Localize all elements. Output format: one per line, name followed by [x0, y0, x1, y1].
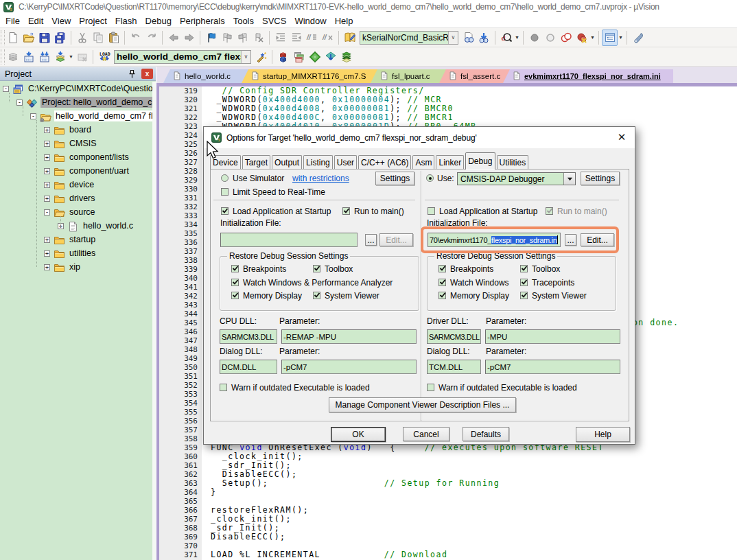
- toggle-bookmark-icon[interactable]: [203, 30, 219, 46]
- dialog-tab-target[interactable]: Target: [242, 155, 270, 170]
- load-application-checkbox-right[interactable]: [428, 207, 435, 215]
- collapse-icon[interactable]: -: [30, 113, 36, 119]
- editor-tab-hello-world-c[interactable]: hello_world.c: [163, 69, 248, 83]
- unindent-icon[interactable]: [288, 30, 304, 46]
- menu-help[interactable]: Help: [331, 14, 358, 27]
- pack-installer-icon[interactable]: [307, 49, 323, 65]
- dialog-tab-utilities[interactable]: Utilities: [497, 155, 529, 170]
- run-to-main-checkbox-left[interactable]: [342, 207, 350, 215]
- debugger-select[interactable]: CMSIS-DAP Debugger: [457, 172, 576, 185]
- menu-view[interactable]: View: [47, 14, 75, 27]
- dialog-tab-linker[interactable]: Linker: [436, 155, 464, 170]
- menu-svcs[interactable]: SVCS: [258, 14, 290, 27]
- menu-file[interactable]: File: [1, 14, 24, 27]
- batch-build-icon[interactable]: [52, 49, 68, 65]
- dialog-dll-input-left[interactable]: DCM.DLL: [220, 360, 277, 374]
- chevron-down-icon[interactable]: ∨: [241, 51, 250, 63]
- save-all-icon[interactable]: [52, 30, 68, 46]
- expand-icon[interactable]: +: [44, 141, 50, 147]
- expand-icon[interactable]: +: [44, 127, 50, 133]
- manage-books-icon[interactable]: [338, 49, 354, 65]
- editor-tab-evkmimxrt1170-flexspi-nor-sdram-ini[interactable]: evkmimxrt1170_flexspi_nor_sdram.ini: [503, 69, 673, 83]
- tree-item-component-lists[interactable]: +component/lists: [44, 150, 130, 164]
- left-memory-display-checkbox[interactable]: [231, 292, 239, 299]
- editor-tab-fsl-lpuart-c[interactable]: fsl_lpuart.c: [371, 69, 446, 83]
- tree-item-source[interactable]: -source: [44, 205, 97, 219]
- pin-icon[interactable]: [126, 69, 137, 80]
- dialog-tab-debug[interactable]: Debug: [465, 152, 495, 170]
- close-icon[interactable]: ✕: [616, 131, 628, 143]
- undo-icon[interactable]: [128, 30, 143, 46]
- open-file-icon[interactable]: [21, 30, 36, 46]
- manage-rte-icon[interactable]: [275, 49, 291, 65]
- browse-init-file-button-left[interactable]: ...: [365, 234, 377, 246]
- help-button[interactable]: Help: [576, 427, 630, 442]
- target-combo[interactable]: hello_world_demo_cm7 flexspi_nor_sdram_d…: [114, 50, 251, 64]
- stop-build-icon[interactable]: [74, 49, 90, 65]
- translate-file-icon[interactable]: [5, 49, 21, 65]
- with-restrictions-link[interactable]: with restrictions: [292, 174, 349, 183]
- left-toolbox-checkbox[interactable]: [313, 265, 320, 272]
- expand-icon[interactable]: +: [44, 182, 50, 188]
- new-file-icon[interactable]: [5, 30, 21, 46]
- download-to-flash-icon[interactable]: LOAD: [96, 49, 112, 65]
- expand-icon[interactable]: +: [44, 264, 50, 270]
- dialog-tab-user[interactable]: User: [334, 155, 357, 170]
- limit-speed-checkbox[interactable]: [221, 188, 229, 196]
- uncomment-selection-icon[interactable]: //: [320, 30, 336, 46]
- menu-edit[interactable]: Edit: [24, 14, 47, 27]
- redo-icon[interactable]: [143, 30, 159, 46]
- find-icon[interactable]: d: [498, 30, 514, 46]
- tree-item-cmsis[interactable]: +CMSIS: [44, 137, 98, 150]
- warn-outdated-checkbox-left[interactable]: [220, 384, 227, 391]
- ok-button[interactable]: OK: [331, 427, 386, 442]
- chevron-down-icon[interactable]: ▼: [514, 30, 520, 46]
- project-panel-scrollbar[interactable]: [152, 82, 156, 560]
- collapse-icon[interactable]: -: [16, 100, 23, 106]
- menu-tools[interactable]: Tools: [229, 14, 258, 27]
- tree-item-c-kerrypc-imxrtcode-question[interactable]: -C:\KerryPC\IMXRTCode\Question\: [3, 82, 152, 95]
- configure-tools-icon[interactable]: [630, 30, 646, 46]
- defaults-button[interactable]: Defaults: [463, 427, 509, 441]
- dialog-parameter-input-left[interactable]: -pCM7: [281, 360, 417, 374]
- tree-item-project-hello-world-demo-cm7[interactable]: -Project: hello_world_demo_cm7: [16, 95, 152, 109]
- cpu-dll-input[interactable]: SARMCM3.DLL: [220, 329, 277, 344]
- collapse-icon[interactable]: -: [44, 209, 50, 215]
- menu-project[interactable]: Project: [75, 14, 110, 27]
- disable-all-breakpoints-icon[interactable]: [558, 30, 574, 46]
- save-icon[interactable]: [36, 30, 52, 46]
- right-tracepoints-checkbox[interactable]: [520, 279, 528, 286]
- menu-flash[interactable]: Flash: [111, 14, 141, 27]
- cpu-parameter-input[interactable]: -REMAP -MPU: [281, 329, 417, 344]
- comment-selection-icon[interactable]: //: [304, 30, 320, 46]
- tree-item-drivers[interactable]: +drivers: [44, 191, 97, 205]
- load-application-checkbox-left[interactable]: [221, 207, 229, 215]
- right-breakpoints-checkbox[interactable]: [438, 265, 446, 272]
- incremental-find-icon[interactable]: [476, 30, 492, 46]
- rebuild-all-icon[interactable]: [36, 49, 52, 65]
- warn-outdated-checkbox-right[interactable]: [427, 384, 434, 391]
- simulator-settings-button[interactable]: Settings: [375, 172, 414, 185]
- left-watch-windows-performance-analyzer-checkbox[interactable]: [231, 279, 239, 286]
- use-simulator-radio[interactable]: [221, 174, 229, 182]
- chevron-down-icon[interactable]: [563, 173, 575, 185]
- init-file-input-left[interactable]: [220, 233, 358, 247]
- right-toolbox-checkbox[interactable]: [520, 265, 528, 272]
- paste-icon[interactable]: [106, 30, 121, 46]
- left-system-viewer-checkbox[interactable]: [313, 292, 320, 299]
- right-memory-display-checkbox[interactable]: [438, 292, 446, 299]
- edit-init-file-button-left[interactable]: Edit...: [379, 233, 413, 246]
- dialog-tab-asm[interactable]: Asm: [412, 155, 434, 170]
- menu-peripherals[interactable]: Peripherals: [176, 14, 229, 27]
- driver-dll-input[interactable]: SARMCM3.DLL: [427, 329, 481, 344]
- select-software-packs-icon[interactable]: [323, 49, 338, 65]
- dialog-parameter-input-right[interactable]: -pCM7: [485, 360, 620, 374]
- dialog-tab-output[interactable]: Output: [272, 155, 302, 170]
- navigate-forward-icon[interactable]: [181, 30, 197, 46]
- cancel-button[interactable]: Cancel: [403, 427, 449, 441]
- chevron-down-icon[interactable]: ∨: [448, 32, 458, 44]
- tree-item-startup[interactable]: +startup: [44, 233, 97, 246]
- manage-project-items-icon[interactable]: [291, 49, 307, 65]
- tree-item-hello-world-demo-cm7-flexspi-nor-sdram-d[interactable]: -hello_world_demo_cm7 flexspi_nor_sdram_…: [30, 109, 152, 123]
- editor-tab-fsl-assert-c[interactable]: fsl_assert.c: [439, 69, 510, 83]
